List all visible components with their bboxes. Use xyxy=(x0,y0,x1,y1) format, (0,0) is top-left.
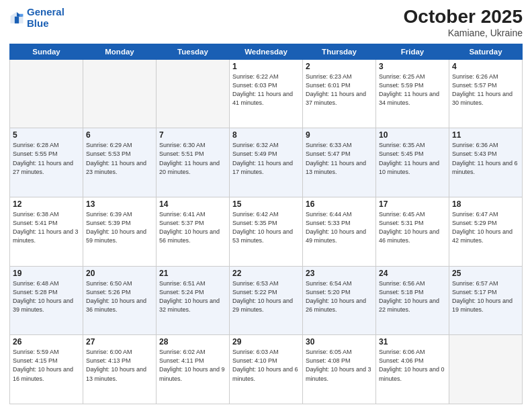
calendar-week-row: 26Sunrise: 5:59 AM Sunset: 4:15 PM Dayli… xyxy=(10,335,523,404)
day-info: Sunrise: 6:05 AM Sunset: 4:08 PM Dayligh… xyxy=(306,348,373,383)
col-saturday: Saturday xyxy=(449,44,523,59)
day-info: Sunrise: 6:29 AM Sunset: 5:53 PM Dayligh… xyxy=(86,141,153,176)
location-subtitle: Kamiane, Ukraine xyxy=(404,28,523,38)
day-info: Sunrise: 6:33 AM Sunset: 5:47 PM Dayligh… xyxy=(306,141,373,176)
day-number: 29 xyxy=(232,337,300,347)
day-info: Sunrise: 5:59 AM Sunset: 4:15 PM Dayligh… xyxy=(13,348,80,383)
logo: General Blue xyxy=(9,7,64,29)
table-row: 1Sunrise: 6:22 AM Sunset: 6:03 PM Daylig… xyxy=(230,59,303,128)
day-info: Sunrise: 6:38 AM Sunset: 5:41 PM Dayligh… xyxy=(13,210,80,245)
day-info: Sunrise: 6:50 AM Sunset: 5:26 PM Dayligh… xyxy=(86,279,153,314)
day-number: 12 xyxy=(13,199,80,209)
day-number: 21 xyxy=(159,269,226,278)
table-row: 12Sunrise: 6:38 AM Sunset: 5:41 PM Dayli… xyxy=(10,197,83,267)
header-row: Sunday Monday Tuesday Wednesday Thursday… xyxy=(10,44,523,59)
day-number: 25 xyxy=(452,269,519,278)
day-number: 18 xyxy=(452,199,519,209)
table-row: 8Sunrise: 6:32 AM Sunset: 5:49 PM Daylig… xyxy=(230,128,303,197)
day-info: Sunrise: 6:28 AM Sunset: 5:55 PM Dayligh… xyxy=(13,141,80,176)
day-info: Sunrise: 6:53 AM Sunset: 5:22 PM Dayligh… xyxy=(232,279,300,314)
day-info: Sunrise: 6:00 AM Sunset: 4:13 PM Dayligh… xyxy=(86,348,153,383)
day-number: 15 xyxy=(232,199,300,209)
table-row: 16Sunrise: 6:44 AM Sunset: 5:33 PM Dayli… xyxy=(303,197,376,267)
day-info: Sunrise: 6:36 AM Sunset: 5:43 PM Dayligh… xyxy=(452,141,519,176)
calendar-week-row: 12Sunrise: 6:38 AM Sunset: 5:41 PM Dayli… xyxy=(10,197,523,267)
day-number: 30 xyxy=(306,337,373,347)
table-row: 21Sunrise: 6:51 AM Sunset: 5:24 PM Dayli… xyxy=(157,266,230,335)
day-number: 10 xyxy=(379,130,446,140)
day-info: Sunrise: 6:51 AM Sunset: 5:24 PM Dayligh… xyxy=(159,279,226,314)
calendar-week-row: 19Sunrise: 6:48 AM Sunset: 5:28 PM Dayli… xyxy=(10,266,523,335)
day-number: 27 xyxy=(86,337,153,347)
day-number: 22 xyxy=(232,269,300,278)
day-info: Sunrise: 6:26 AM Sunset: 5:57 PM Dayligh… xyxy=(452,73,519,107)
day-info: Sunrise: 6:22 AM Sunset: 6:03 PM Dayligh… xyxy=(232,73,300,107)
table-row xyxy=(83,59,157,128)
day-info: Sunrise: 6:47 AM Sunset: 5:29 PM Dayligh… xyxy=(452,210,519,245)
logo-icon xyxy=(9,11,24,26)
day-info: Sunrise: 6:32 AM Sunset: 5:49 PM Dayligh… xyxy=(232,141,300,176)
day-info: Sunrise: 6:57 AM Sunset: 5:17 PM Dayligh… xyxy=(452,279,519,314)
logo-line1: General xyxy=(27,6,64,17)
day-info: Sunrise: 6:54 AM Sunset: 5:20 PM Dayligh… xyxy=(306,279,373,314)
table-row: 20Sunrise: 6:50 AM Sunset: 5:26 PM Dayli… xyxy=(83,266,157,335)
table-row: 30Sunrise: 6:05 AM Sunset: 4:08 PM Dayli… xyxy=(303,335,376,404)
day-info: Sunrise: 6:02 AM Sunset: 4:11 PM Dayligh… xyxy=(159,348,226,383)
table-row: 13Sunrise: 6:39 AM Sunset: 5:39 PM Dayli… xyxy=(83,197,157,267)
table-row xyxy=(10,59,83,128)
table-row: 24Sunrise: 6:56 AM Sunset: 5:18 PM Dayli… xyxy=(376,266,449,335)
day-info: Sunrise: 6:48 AM Sunset: 5:28 PM Dayligh… xyxy=(13,279,80,314)
calendar-week-row: 1Sunrise: 6:22 AM Sunset: 6:03 PM Daylig… xyxy=(10,59,523,128)
month-title: October 2025 xyxy=(404,7,523,28)
table-row: 5Sunrise: 6:28 AM Sunset: 5:55 PM Daylig… xyxy=(10,128,83,197)
logo-text: General Blue xyxy=(27,7,64,29)
calendar-table: Sunday Monday Tuesday Wednesday Thursday… xyxy=(9,44,523,404)
col-monday: Monday xyxy=(83,44,157,59)
day-number: 1 xyxy=(232,62,300,71)
table-row: 19Sunrise: 6:48 AM Sunset: 5:28 PM Dayli… xyxy=(10,266,83,335)
table-row: 7Sunrise: 6:30 AM Sunset: 5:51 PM Daylig… xyxy=(157,128,230,197)
table-row: 18Sunrise: 6:47 AM Sunset: 5:29 PM Dayli… xyxy=(449,197,523,267)
day-info: Sunrise: 6:03 AM Sunset: 4:10 PM Dayligh… xyxy=(232,348,300,383)
table-row: 23Sunrise: 6:54 AM Sunset: 5:20 PM Dayli… xyxy=(303,266,376,335)
day-info: Sunrise: 6:42 AM Sunset: 5:35 PM Dayligh… xyxy=(232,210,300,245)
table-row: 29Sunrise: 6:03 AM Sunset: 4:10 PM Dayli… xyxy=(230,335,303,404)
day-info: Sunrise: 6:25 AM Sunset: 5:59 PM Dayligh… xyxy=(379,73,446,107)
day-info: Sunrise: 6:39 AM Sunset: 5:39 PM Dayligh… xyxy=(86,210,153,245)
svg-marker-3 xyxy=(19,13,24,16)
day-info: Sunrise: 6:30 AM Sunset: 5:51 PM Dayligh… xyxy=(159,141,226,176)
table-row: 6Sunrise: 6:29 AM Sunset: 5:53 PM Daylig… xyxy=(83,128,157,197)
col-friday: Friday xyxy=(376,44,449,59)
table-row: 31Sunrise: 6:06 AM Sunset: 4:06 PM Dayli… xyxy=(376,335,449,404)
day-number: 16 xyxy=(306,199,373,209)
day-number: 28 xyxy=(159,337,226,347)
table-row: 2Sunrise: 6:23 AM Sunset: 6:01 PM Daylig… xyxy=(303,59,376,128)
day-info: Sunrise: 6:35 AM Sunset: 5:45 PM Dayligh… xyxy=(379,141,446,176)
day-number: 24 xyxy=(379,269,446,278)
table-row: 9Sunrise: 6:33 AM Sunset: 5:47 PM Daylig… xyxy=(303,128,376,197)
table-row: 27Sunrise: 6:00 AM Sunset: 4:13 PM Dayli… xyxy=(83,335,157,404)
day-number: 3 xyxy=(379,62,446,71)
col-tuesday: Tuesday xyxy=(157,44,230,59)
table-row xyxy=(157,59,230,128)
table-row: 10Sunrise: 6:35 AM Sunset: 5:45 PM Dayli… xyxy=(376,128,449,197)
day-number: 2 xyxy=(306,62,373,71)
day-number: 26 xyxy=(13,337,80,347)
logo-line2: Blue xyxy=(27,17,49,29)
day-number: 19 xyxy=(13,269,80,278)
day-number: 8 xyxy=(232,130,300,140)
day-number: 14 xyxy=(159,199,226,209)
title-block: October 2025 Kamiane, Ukraine xyxy=(404,7,523,38)
day-number: 13 xyxy=(86,199,153,209)
day-info: Sunrise: 6:23 AM Sunset: 6:01 PM Dayligh… xyxy=(306,73,373,107)
col-sunday: Sunday xyxy=(10,44,83,59)
table-row xyxy=(449,335,523,404)
day-number: 5 xyxy=(13,130,80,140)
day-info: Sunrise: 6:41 AM Sunset: 5:37 PM Dayligh… xyxy=(159,210,226,245)
day-number: 7 xyxy=(159,130,226,140)
day-number: 23 xyxy=(306,269,373,278)
table-row: 25Sunrise: 6:57 AM Sunset: 5:17 PM Dayli… xyxy=(449,266,523,335)
table-row: 14Sunrise: 6:41 AM Sunset: 5:37 PM Dayli… xyxy=(157,197,230,267)
day-info: Sunrise: 6:56 AM Sunset: 5:18 PM Dayligh… xyxy=(379,279,446,314)
table-row: 22Sunrise: 6:53 AM Sunset: 5:22 PM Dayli… xyxy=(230,266,303,335)
